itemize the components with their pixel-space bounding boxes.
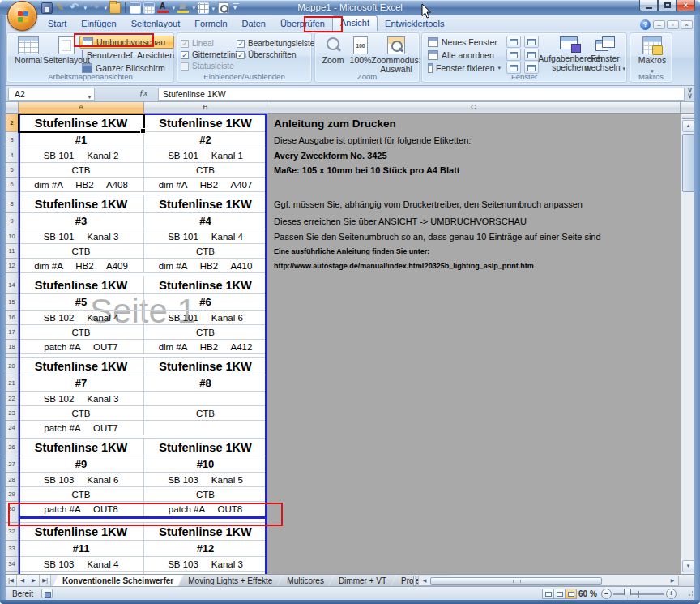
cell-A3[interactable]: #1	[19, 132, 144, 148]
open-icon[interactable]	[109, 2, 121, 14]
row-header-2[interactable]: 2	[6, 114, 19, 132]
scroll-up-icon[interactable]: ▲	[682, 120, 694, 132]
print-preview-icon[interactable]	[218, 2, 229, 14]
scroll-left-icon[interactable]: ◀	[420, 577, 429, 585]
fill-color-icon[interactable]	[177, 2, 189, 14]
cell-B20[interactable]: Stufenlinse 1KW	[144, 358, 267, 375]
cell-C5[interactable]: Maße: 105 x 10mm bei 10 Stück pro A4 Bla…	[268, 163, 459, 178]
zoom-button[interactable]: Zoom	[319, 36, 347, 65]
cell-B4[interactable]: SB 101 Kanal 1	[144, 148, 267, 163]
cell-A33[interactable]: #11	[19, 541, 144, 557]
zoom-slider-thumb[interactable]	[624, 589, 631, 598]
first-sheet-icon[interactable]: |◀	[6, 575, 17, 586]
checkbox-statusleiste[interactable]	[181, 62, 189, 71]
cell-A5[interactable]: CTB	[19, 163, 144, 178]
cell-A24[interactable]: patch #A OUT7	[19, 421, 144, 435]
scroll-down-icon[interactable]: ▼	[682, 560, 694, 572]
row-header-29[interactable]: 29	[6, 487, 19, 502]
show-hide-item-statusleiste[interactable]: Statusleiste	[181, 61, 246, 71]
checkbox-überschriften[interactable]: ✓	[237, 51, 245, 59]
hide-window-button[interactable]	[506, 49, 521, 61]
cell-A29[interactable]: CTB	[19, 487, 144, 502]
checkbox-gitternetzlinien[interactable]: ✓	[181, 51, 189, 59]
cell-B17[interactable]: CTB	[144, 325, 267, 340]
row-header-8[interactable]: 8	[6, 195, 19, 213]
cell-B18[interactable]: dim #A HB2 A412	[144, 340, 267, 354]
resize-grip[interactable]	[685, 590, 693, 598]
cell-C8[interactable]: Ggf. müssen Sie, abhängig vom Druckertre…	[268, 195, 583, 213]
cell-B14[interactable]: Stufenlinse 1KW	[144, 276, 267, 294]
cell-A16[interactable]: SB 102 Kanal 4	[19, 311, 144, 325]
cell-C12[interactable]: http://www.autostage.de/manual/index.htm…	[268, 259, 534, 273]
workbook-minimize-button[interactable]: –	[653, 20, 665, 29]
zoom-in-icon[interactable]: +	[666, 589, 677, 599]
cell-B22[interactable]	[144, 392, 267, 406]
cell-A28[interactable]: SB 103 Kanal 6	[19, 473, 144, 487]
workbook-restore-button[interactable]: ▫	[667, 20, 679, 29]
table-view-icon[interactable]	[143, 2, 155, 14]
cell-B10[interactable]: SB 101 Kanal 4	[144, 229, 267, 244]
ribbon-tab-entwicklertools[interactable]: Entwicklertools	[378, 16, 451, 31]
select-all-corner[interactable]	[6, 102, 19, 114]
row-header-16[interactable]: 16	[6, 311, 19, 325]
save-icon[interactable]	[41, 2, 53, 14]
page-break-preview-shortcut[interactable]	[565, 589, 577, 599]
row-header-4[interactable]: 4	[6, 148, 19, 163]
row-header-10[interactable]: 10	[6, 229, 19, 244]
insert-function-button[interactable]: ƒx	[131, 88, 156, 101]
office-button[interactable]	[7, 1, 37, 31]
arrange-all-button[interactable]: Alle anordnen	[425, 49, 503, 62]
cell-B33[interactable]: #12	[144, 541, 267, 557]
row-header-3[interactable]: 3	[6, 132, 19, 148]
cell-A10[interactable]: SB 101 Kanal 3	[19, 229, 144, 244]
zoom-to-selection-button[interactable]: Zoommodus:Auswahl	[373, 36, 419, 74]
vertical-scroll-thumb[interactable]	[682, 134, 694, 192]
cell-A14[interactable]: Stufenlinse 1KW	[19, 276, 144, 294]
new-window-button[interactable]: Neues Fenster	[425, 36, 503, 49]
vertical-split-handle[interactable]	[682, 114, 694, 119]
cell-C10[interactable]: Passen Sie den Seitenumbruch so an, dass…	[268, 229, 601, 244]
row-header-21[interactable]: 21	[6, 375, 19, 392]
checkbox-bearbeitungsleiste[interactable]: ✓	[237, 40, 245, 48]
ribbon-tab-einfügen[interactable]: Einfügen	[74, 16, 123, 31]
cell-C3[interactable]: Diese Ausgabe ist optimiert für folgende…	[268, 132, 471, 148]
cell-A17[interactable]: CTB	[19, 325, 144, 340]
row-header-14[interactable]: 14	[6, 276, 19, 294]
sheet-tab-3[interactable]: Multicores	[277, 575, 334, 586]
new-window-icon[interactable]	[130, 2, 141, 14]
workbook-close-button[interactable]: ×	[681, 20, 693, 29]
minimize-button[interactable]	[639, 0, 658, 11]
column-header-a[interactable]: A	[19, 102, 144, 114]
cell-B34[interactable]: SB 103 Kanal 3	[144, 557, 267, 572]
show-hide-item-bearbeitungsleiste[interactable]: ✓Bearbeitungsleiste	[237, 38, 314, 49]
cell-B2[interactable]: Stufenlinse 1KW	[144, 114, 267, 132]
custom-views-button[interactable]: Benutzerdef. Ansichten	[79, 49, 174, 62]
switch-windows-button[interactable]: Fensterwechseln ▾	[584, 36, 626, 73]
cell-A23[interactable]: CTB	[19, 406, 144, 421]
name-box[interactable]: A2▼	[8, 88, 95, 101]
cell-A4[interactable]: SB 101 Kanal 2	[19, 148, 144, 163]
column-header-b[interactable]: B	[144, 102, 267, 114]
cell-A12[interactable]: dim #A HB2 A409	[19, 259, 144, 273]
scroll-right-icon[interactable]: ▶	[668, 577, 677, 585]
macro-record-icon[interactable]	[41, 589, 53, 598]
cell-B6[interactable]: dim #A HB2 A407	[144, 178, 267, 192]
cell-C9[interactable]: Dieses erreichen Sie über ANSICHT -> UMB…	[268, 213, 527, 229]
cell-B15[interactable]: #6	[144, 294, 267, 311]
cell-C11[interactable]: Eine ausführliche Anleitung finden Sie u…	[268, 244, 429, 259]
row-header-18[interactable]: 18	[6, 340, 19, 354]
cell-A21[interactable]: #7	[19, 375, 144, 392]
cell-A6[interactable]: dim #A HB2 A408	[19, 178, 144, 192]
customize-icon[interactable]	[232, 2, 241, 14]
row-header-17[interactable]: 17	[6, 325, 19, 340]
row-header-12[interactable]: 12	[6, 259, 19, 273]
view-side-by-side-button[interactable]	[524, 36, 539, 48]
row-header-33[interactable]: 33	[6, 541, 19, 557]
checkbox-lineal[interactable]: ✓	[181, 40, 189, 48]
row-header-28[interactable]: 28	[6, 473, 19, 487]
row-header-5[interactable]: 5	[6, 163, 19, 178]
row-header-24[interactable]: 24	[6, 421, 19, 435]
vertical-scrollbar[interactable]: ▲ ▼	[681, 114, 694, 574]
previous-sheet-icon[interactable]: ◀	[17, 575, 28, 586]
row-header-15[interactable]: 15	[6, 294, 19, 311]
